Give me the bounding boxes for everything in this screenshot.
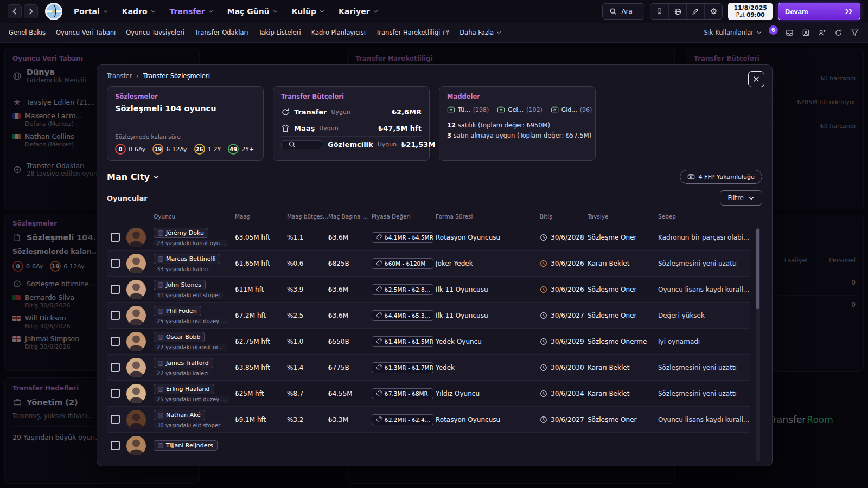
- notification-badge[interactable]: 6: [769, 25, 778, 35]
- bookmark-icon[interactable]: [650, 4, 668, 19]
- main-nav-item[interactable]: Transfer: [170, 7, 213, 16]
- settings-gear-icon[interactable]: ⚙: [704, 4, 722, 19]
- market-value-pill[interactable]: ₺7,3MR - ₺8MR: [372, 388, 433, 399]
- budget-label: Gözlemcilik: [328, 140, 373, 149]
- budget-value: ₺2,6MR: [392, 108, 422, 116]
- forward-button[interactable]: [24, 4, 38, 18]
- market-value-pill[interactable]: ₺1,3MR - ₺1,7MR: [372, 362, 433, 373]
- player-row[interactable]: Erling Haaland 25 yaşındaki üst düzey ..…: [107, 380, 750, 406]
- ffp-obligations-pill[interactable]: 4 FFP Yükümlülüğü: [680, 170, 762, 184]
- clause-tab[interactable]: Gid... (96): [551, 106, 592, 114]
- market-value-pill[interactable]: ₺2,5MR - ₺2,8...: [372, 284, 433, 295]
- clauses-card: Maddeler Tü... (198) Gel... (102): [439, 86, 596, 161]
- player-row[interactable]: Phil Foden 25 yaşındaki üst düzey ... ₺7…: [107, 302, 750, 328]
- news-globe-icon[interactable]: [668, 4, 686, 19]
- inbox-icon[interactable]: [785, 28, 794, 37]
- player-name-pill[interactable]: Jérémy Doku: [154, 228, 208, 238]
- player-row[interactable]: Nathan Aké 30 yaşındaki elit stoper ₺9,1…: [107, 406, 750, 432]
- notes-pencil-icon[interactable]: [686, 4, 704, 19]
- subnav-item[interactable]: Kadro Planlayıcısı: [311, 29, 366, 36]
- main-nav-item[interactable]: Maç Günü: [227, 7, 278, 16]
- player-avatar: [126, 332, 146, 351]
- market-value-pill[interactable]: ₺4,1MR - ₺4,5MR: [372, 232, 433, 243]
- badge-count: 19: [152, 144, 163, 155]
- ffp-label: 4 FFP Yükümlülüğü: [699, 174, 755, 181]
- subnav-item[interactable]: Genel Bakış: [9, 29, 46, 36]
- player-name-pill[interactable]: Oscar Bobb: [154, 332, 205, 342]
- main-nav-label: Maç Günü: [227, 7, 270, 16]
- per-match-cell: ₺775B: [328, 364, 372, 371]
- market-value: ₺2,2MR - ₺2,4...: [385, 416, 430, 423]
- main-nav-label: Transfer: [170, 7, 205, 16]
- player-name-pill[interactable]: Erling Haaland: [154, 384, 214, 394]
- main-nav-label: Portal: [74, 7, 100, 16]
- favorites-dropdown[interactable]: Sık Kullanılanlar: [704, 29, 762, 36]
- sync-icon[interactable]: [834, 28, 843, 37]
- card-icon[interactable]: [801, 28, 810, 37]
- continue-label: Devam: [785, 8, 808, 16]
- player-row[interactable]: Marcus Bettinelli 33 yaşındaki kaleci ₺1…: [107, 250, 750, 276]
- expiry-date: 30/6/2026: [551, 260, 584, 267]
- reason-cell: Kadronun bir parçası olabi...: [658, 234, 750, 241]
- row-checkbox[interactable]: [111, 285, 120, 294]
- row-checkbox[interactable]: [111, 233, 120, 242]
- player-name-pill[interactable]: Marcus Bettinelli: [154, 254, 220, 264]
- subnav-item[interactable]: Oyuncu Veri Tabanı: [56, 29, 116, 36]
- player-name-pill[interactable]: Phil Foden: [154, 306, 201, 316]
- market-value-pill[interactable]: ₺2,2MR - ₺2,4...: [372, 414, 433, 425]
- row-checkbox[interactable]: [111, 311, 120, 320]
- breadcrumb-root[interactable]: Transfer: [107, 72, 132, 80]
- subnav-item[interactable]: Oyuncu Tavsiyeleri: [126, 29, 184, 36]
- row-checkbox[interactable]: [111, 363, 120, 372]
- budget-row: Gözlemcilik Uygun ₺21,53M: [281, 137, 422, 152]
- main-nav-item[interactable]: Kulüp: [292, 7, 324, 16]
- subnav-item[interactable]: Daha Fazla: [459, 29, 501, 36]
- close-button[interactable]: [748, 71, 764, 87]
- player-row[interactable]: Oscar Bobb 22 yaşındaki ofansif or... ₺2…: [107, 328, 750, 354]
- player-row[interactable]: Jérémy Doku 23 yaşındaki kanat oyu... ₺3…: [107, 224, 750, 250]
- reason-cell: Sözleşmesini yeni uzattı: [658, 260, 750, 267]
- player-row[interactable]: John Stones 31 yaşındaki elit stoper ₺11…: [107, 276, 750, 302]
- back-button[interactable]: [8, 4, 22, 18]
- filter-funnel-icon[interactable]: [850, 28, 859, 37]
- scrollbar-thumb[interactable]: [756, 229, 760, 309]
- column-header: Forma Süresi: [436, 213, 540, 220]
- date-value: 11/8/2025: [733, 4, 767, 11]
- search-box[interactable]: Ara: [602, 3, 644, 20]
- budgets-card: Transfer Bütçeleri Transfer Uygun ₺: [273, 86, 430, 161]
- subnav-item[interactable]: Transfer Odakları: [195, 29, 248, 36]
- market-value-pill[interactable]: ₺4,4MR - ₺5,3...: [372, 310, 433, 321]
- row-checkbox[interactable]: [111, 389, 120, 398]
- row-checkbox[interactable]: [111, 441, 120, 450]
- clock-icon: [540, 312, 547, 319]
- continue-button[interactable]: Devam: [778, 3, 860, 20]
- clause-tab[interactable]: Tü... (198): [447, 106, 489, 114]
- player-name-pill[interactable]: James Trafford: [154, 358, 213, 368]
- badge-count: 26: [194, 144, 205, 155]
- player-avatar: [126, 306, 146, 325]
- main-nav-item[interactable]: Kadro: [122, 7, 156, 16]
- player-row[interactable]: Tijjani Reijnders: [107, 432, 750, 458]
- filter-button[interactable]: Filtre: [720, 190, 762, 206]
- row-checkbox[interactable]: [111, 415, 120, 424]
- main-nav-item[interactable]: Portal: [74, 7, 108, 16]
- subnav-item[interactable]: Takip Listeleri: [258, 29, 301, 36]
- row-checkbox[interactable]: [111, 259, 120, 268]
- player-row[interactable]: James Trafford 22 yaşındaki kaleci ₺3,85…: [107, 354, 750, 380]
- clause-tab[interactable]: Gel... (102): [497, 106, 542, 114]
- market-value-pill[interactable]: ₺60M - ₺120M: [372, 258, 433, 269]
- market-value-pill[interactable]: ₺1,4MR - ₺1,5MR: [372, 336, 433, 347]
- club-crest-logo[interactable]: [44, 2, 63, 21]
- staff-icon[interactable]: [818, 28, 827, 37]
- budget-status: Uygun: [331, 108, 351, 115]
- player-name-pill[interactable]: Nathan Aké: [154, 410, 205, 420]
- team-selector[interactable]: Man City: [107, 172, 159, 182]
- budget-row-icon: [281, 108, 290, 117]
- clock-icon: [540, 234, 547, 241]
- chevron-down-icon: [320, 10, 324, 13]
- main-nav-item[interactable]: Kariyer: [339, 7, 378, 16]
- subnav-item[interactable]: Transfer Hareketliliği: [376, 29, 449, 36]
- player-name-pill[interactable]: John Stones: [154, 280, 206, 290]
- row-checkbox[interactable]: [111, 337, 120, 346]
- player-name-pill[interactable]: Tijjani Reijnders: [154, 440, 218, 451]
